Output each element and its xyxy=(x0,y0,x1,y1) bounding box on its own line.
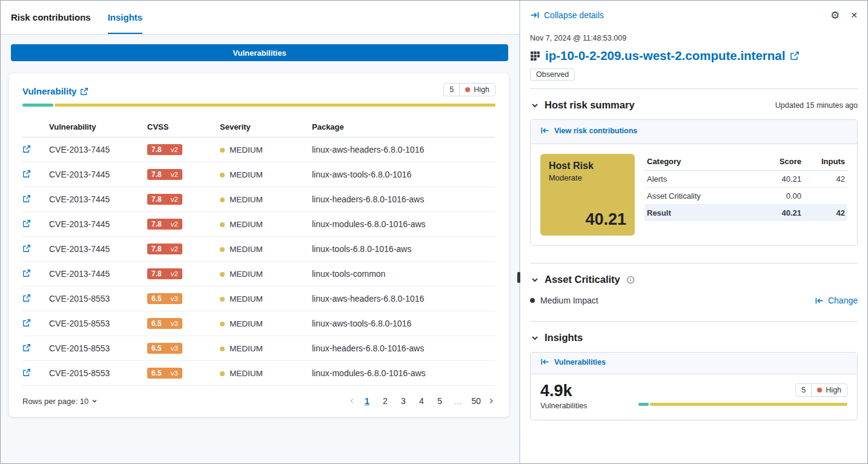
risk-cell-score: 40.21 xyxy=(748,205,804,222)
column-header-vulnerability: Vulnerability xyxy=(49,118,147,138)
change-criticality-button[interactable]: Change xyxy=(815,296,858,305)
page-button-5[interactable]: 5 xyxy=(432,394,447,408)
event-timestamp: Nov 7, 2024 @ 11:48:53.009 xyxy=(530,34,858,42)
observed-badge: Observed xyxy=(530,68,575,81)
risk-cell-inputs: 42 xyxy=(804,205,847,222)
chevron-down-icon[interactable] xyxy=(530,101,540,110)
severity-value: MEDIUM xyxy=(220,369,263,378)
vulnerability-title-link[interactable]: Vulnerability xyxy=(22,86,88,96)
tab-risk-contributions[interactable]: Risk contributions xyxy=(11,1,91,34)
package-name: linux-aws-headers-6.8.0-1016 xyxy=(312,138,495,162)
resize-handle[interactable] xyxy=(517,272,520,283)
info-icon[interactable] xyxy=(626,276,635,284)
previous-page-icon[interactable] xyxy=(348,397,356,405)
open-vulnerability-icon[interactable] xyxy=(22,294,31,302)
change-label: Change xyxy=(828,296,858,305)
risk-cell-category: Result xyxy=(644,205,748,222)
table-row: CVE-2013-74457.8v2MEDIUMlinux-headers-6.… xyxy=(22,187,495,212)
page-button-1[interactable]: 1 xyxy=(360,394,374,408)
divider xyxy=(530,88,858,89)
table-row: CVE-2015-85536.5v3MEDIUMlinux-headers-6.… xyxy=(22,336,495,361)
section-title-asset-criticality: Asset Criticality xyxy=(545,274,620,285)
distribution-segment xyxy=(650,403,847,406)
page-button-50[interactable]: 50 xyxy=(469,394,483,408)
vulnerabilities-link[interactable]: Vulnerabilities xyxy=(540,357,606,366)
page-button-4[interactable]: 4 xyxy=(414,394,429,408)
insights-vulnerabilities-panel: Vulnerabilities 4.9k Vulnerabilities 5 H… xyxy=(530,352,858,420)
open-vulnerability-icon[interactable] xyxy=(22,343,31,352)
details-flyout: Collapse details ⚙ ✕ Nov 7, 2024 @ 11:48… xyxy=(520,1,867,463)
table-footer: Rows per page: 10 12345…50 xyxy=(22,394,495,408)
cvss-badge: 6.5v3 xyxy=(147,293,182,304)
table-row: CVE-2013-74457.8v2MEDIUMlinux-aws-tools-… xyxy=(22,162,495,187)
severity-dot xyxy=(220,322,225,326)
popout-icon xyxy=(80,87,88,96)
page-button-2[interactable]: 2 xyxy=(378,394,393,408)
severity-dot xyxy=(220,272,225,277)
gear-icon[interactable]: ⚙ xyxy=(830,10,840,21)
insights-panel-body: 4.9k Vulnerabilities 5 High xyxy=(531,374,857,420)
risk-cell-category: Alerts xyxy=(644,171,748,188)
severity-value: MEDIUM xyxy=(220,170,263,179)
chevron-down-icon[interactable] xyxy=(530,333,540,343)
cvss-badge: 7.8v2 xyxy=(147,268,182,279)
column-header-icon xyxy=(22,118,49,138)
high-severity-dot xyxy=(817,388,822,393)
cvss-badge: 7.8v2 xyxy=(147,244,182,254)
chevron-down-icon[interactable] xyxy=(530,275,540,285)
open-vulnerability-icon[interactable] xyxy=(22,170,31,178)
open-vulnerability-icon[interactable] xyxy=(22,244,31,253)
page-button-3[interactable]: 3 xyxy=(396,394,411,408)
risk-col-score: Score xyxy=(748,154,804,171)
severity-dot xyxy=(220,222,225,227)
criticality-dot xyxy=(530,298,535,303)
arrow-end-icon xyxy=(530,10,540,20)
collapse-details-label: Collapse details xyxy=(544,10,604,20)
pagination-ellipsis: … xyxy=(451,394,465,408)
risk-row-asset-criticality: Asset Criticality 0.00 xyxy=(644,188,847,205)
risk-contribution-table: Category Score Inputs Alerts 40.21 42 As… xyxy=(644,154,847,221)
badge-high-segment: High xyxy=(459,84,495,96)
insights-severity-block: 5 High xyxy=(638,382,847,406)
open-vulnerability-icon[interactable] xyxy=(22,319,31,327)
flyout-top-icons: ⚙ ✕ xyxy=(830,10,858,21)
package-name: linux-tools-common xyxy=(312,262,495,287)
close-icon[interactable]: ✕ xyxy=(850,11,858,19)
package-name: linux-aws-headers-6.8.0-1016 xyxy=(312,287,495,311)
arrow-start-icon xyxy=(815,296,824,305)
package-name: linux-modules-6.8.0-1016-aws xyxy=(312,361,495,386)
host-risk-card-title: Host Risk xyxy=(549,161,626,171)
table-row: CVE-2013-74457.8v2MEDIUMlinux-aws-header… xyxy=(22,138,495,162)
pagination: 12345…50 xyxy=(348,394,495,408)
package-name: linux-aws-tools-6.8.0-1016 xyxy=(312,311,495,336)
host-popout-icon[interactable] xyxy=(790,51,800,61)
severity-value: MEDIUM xyxy=(220,195,263,204)
rows-per-page-selector[interactable]: Rows per page: 10 xyxy=(22,397,98,406)
severity-value: MEDIUM xyxy=(220,245,263,254)
cve-id: CVE-2013-7445 xyxy=(49,138,147,162)
risk-panel-header: View risk contributions xyxy=(531,120,857,144)
risk-col-inputs: Inputs xyxy=(804,154,847,171)
column-header-cvss: CVSS xyxy=(147,118,220,138)
open-vulnerability-icon[interactable] xyxy=(22,194,31,203)
table-row: CVE-2013-74457.8v2MEDIUMlinux-modules-6.… xyxy=(22,212,495,237)
cve-id: CVE-2013-7445 xyxy=(49,162,147,187)
host-name-link[interactable]: ip-10-0-2-209.us-west-2.compute.internal xyxy=(545,48,785,63)
open-vulnerability-icon[interactable] xyxy=(22,219,31,228)
open-vulnerability-icon[interactable] xyxy=(22,269,31,277)
tab-insights[interactable]: Insights xyxy=(108,1,143,34)
view-risk-contributions-link[interactable]: View risk contributions xyxy=(540,126,637,135)
risk-cell-score: 0.00 xyxy=(748,188,804,205)
next-page-icon[interactable] xyxy=(487,397,495,405)
open-vulnerability-icon[interactable] xyxy=(22,145,31,153)
distribution-segment xyxy=(55,104,495,107)
open-vulnerability-icon[interactable] xyxy=(22,368,31,377)
vulnerability-title-text: Vulnerability xyxy=(22,86,76,96)
collapse-details-button[interactable]: Collapse details xyxy=(530,10,604,20)
risk-panel-body: Host Risk Moderate 40.21 Category Score … xyxy=(531,144,857,245)
vulnerabilities-banner-button[interactable]: Vulnerabilities xyxy=(11,44,508,61)
severity-value: MEDIUM xyxy=(220,294,263,303)
host-risk-level: Moderate xyxy=(549,173,626,182)
vulnerabilities-link-label: Vulnerabilities xyxy=(554,358,606,366)
vulnerabilities-table: Vulnerability CVSS Severity Package CVE-… xyxy=(22,118,495,386)
